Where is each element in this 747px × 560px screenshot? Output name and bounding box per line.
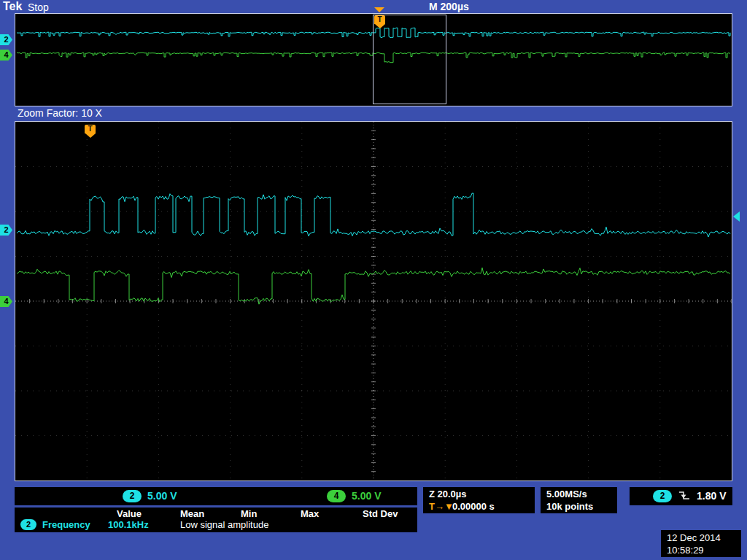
trigger-time-readout: 0.00000 s xyxy=(452,501,495,512)
trigger-position-marker-main[interactable]: T xyxy=(85,125,96,133)
ch2-scale-readout: 5.00 V xyxy=(147,490,177,502)
ch4-marker-overview: 4 xyxy=(0,50,12,61)
datetime-box: 12 Dec 2014 10:58:29 xyxy=(661,530,741,557)
trigger-position-marker-overview[interactable]: T xyxy=(374,15,385,24)
trigger-channel-badge: 2 xyxy=(653,490,672,502)
ch4-badge: 4 xyxy=(327,490,346,502)
trigger-box: 2 1.80 V xyxy=(630,487,732,505)
trigger-position-arrow xyxy=(374,7,384,12)
zoom-timebase-box: Z 20.0µs T→▼ 0.00000 s xyxy=(423,487,535,513)
ch2-marker-main[interactable]: 2 xyxy=(0,225,12,236)
sample-rate-readout: 5.00MS/s xyxy=(546,489,587,499)
measurement-header-min: Min xyxy=(241,508,257,519)
zoom-window: T xyxy=(15,121,732,481)
zoom-waveform-svg xyxy=(15,122,732,481)
measurement-value: 100.1kHz xyxy=(108,519,149,530)
measurement-header-mean: Mean xyxy=(180,508,204,519)
acquisition-box: 5.00MS/s 10k points xyxy=(541,487,617,513)
acquisition-status: Stop xyxy=(28,1,49,13)
measurement-name: Frequency xyxy=(42,519,90,530)
ch4-scale-readout: 5.00 V xyxy=(352,490,381,502)
zoom-scale-readout: Z 20.0µs xyxy=(429,489,467,499)
measurement-header-max: Max xyxy=(301,508,319,519)
scope-screen: { "palette": { "bg": "#3a4fae", "panel":… xyxy=(0,0,747,560)
ch2-badge: 2 xyxy=(123,490,142,502)
measurement-table: Value Mean Min Max Std Dev 2 Frequency 1… xyxy=(15,508,417,532)
date-text: 12 Dec 2014 xyxy=(667,532,721,543)
time-text: 10:58:29 xyxy=(667,545,704,556)
zoom-factor-label: Zoom Factor: 10 X xyxy=(18,107,102,119)
ch2-level-arrow xyxy=(733,211,740,222)
trigger-time-icon: T→▼ xyxy=(429,501,454,512)
record-length-readout: 10k points xyxy=(546,501,593,512)
measurement-channel-badge: 2 xyxy=(20,519,36,530)
overview-window: T xyxy=(15,13,732,106)
ch4-marker-main[interactable]: 4 xyxy=(0,296,12,307)
measurement-header-value: Value xyxy=(117,508,142,519)
tek-logo: Tek xyxy=(3,0,22,13)
timebase-readout: M 200µs xyxy=(429,1,469,12)
trigger-level-readout: 1.80 V xyxy=(697,490,726,502)
ch2-marker-overview: 2 xyxy=(0,34,12,45)
measurement-message: Low signal amplitude xyxy=(180,519,268,530)
trigger-slope-icon xyxy=(678,490,691,502)
measurement-header-stddev: Std Dev xyxy=(363,508,398,519)
channel-scale-bar: 2 5.00 V 4 5.00 V xyxy=(15,487,417,505)
